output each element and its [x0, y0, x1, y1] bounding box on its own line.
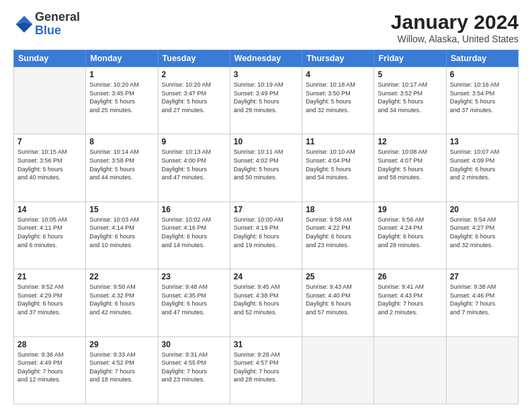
day-info: Sunrise: 10:20 AM Sunset: 3:47 PM Daylig… [162, 81, 226, 114]
weekday-header-friday: Friday [374, 50, 446, 67]
day-cell: 19Sunrise: 9:56 AM Sunset: 4:24 PM Dayli… [374, 201, 446, 269]
day-info: Sunrise: 10:10 AM Sunset: 4:04 PM Daylig… [306, 148, 370, 181]
day-cell: 21Sunrise: 9:52 AM Sunset: 4:29 PM Dayli… [14, 269, 86, 336]
day-info: Sunrise: 10:00 AM Sunset: 4:19 PM Daylig… [234, 216, 298, 249]
day-info: Sunrise: 9:41 AM Sunset: 4:43 PM Dayligh… [378, 283, 442, 316]
day-cell: 15Sunrise: 10:03 AM Sunset: 4:14 PM Dayl… [86, 201, 158, 269]
day-cell: 2Sunrise: 10:20 AM Sunset: 3:47 PM Dayli… [158, 67, 230, 134]
day-info: Sunrise: 9:52 AM Sunset: 4:29 PM Dayligh… [17, 283, 82, 316]
day-info: Sunrise: 9:38 AM Sunset: 4:46 PM Dayligh… [450, 283, 515, 316]
weekday-header-tuesday: Tuesday [158, 50, 230, 67]
day-number: 15 [89, 205, 154, 214]
day-number: 8 [89, 137, 154, 146]
weekday-header-row: SundayMondayTuesdayWednesdayThursdayFrid… [14, 50, 519, 67]
day-info: Sunrise: 10:13 AM Sunset: 4:00 PM Daylig… [162, 148, 226, 181]
calendar-table: SundayMondayTuesdayWednesdayThursdayFrid… [13, 50, 519, 404]
day-number: 30 [162, 340, 226, 349]
day-info: Sunrise: 9:31 AM Sunset: 4:55 PM Dayligh… [162, 351, 226, 384]
day-info: Sunrise: 9:56 AM Sunset: 4:24 PM Dayligh… [378, 216, 442, 249]
day-number: 14 [17, 205, 82, 214]
calendar-header: SundayMondayTuesdayWednesdayThursdayFrid… [14, 50, 519, 67]
day-cell: 10Sunrise: 10:11 AM Sunset: 4:02 PM Dayl… [230, 134, 302, 201]
day-cell: 29Sunrise: 9:33 AM Sunset: 4:52 PM Dayli… [86, 336, 158, 404]
day-number: 2 [162, 70, 226, 79]
day-cell: 25Sunrise: 9:43 AM Sunset: 4:40 PM Dayli… [302, 269, 374, 336]
logo-icon [15, 15, 34, 34]
day-number: 10 [234, 137, 298, 146]
day-number: 21 [17, 272, 82, 281]
week-row-4: 21Sunrise: 9:52 AM Sunset: 4:29 PM Dayli… [14, 269, 519, 336]
week-row-3: 14Sunrise: 10:05 AM Sunset: 4:11 PM Dayl… [14, 201, 519, 269]
day-cell: 5Sunrise: 10:17 AM Sunset: 3:52 PM Dayli… [374, 67, 446, 134]
day-number: 31 [234, 340, 298, 349]
day-number: 25 [306, 272, 370, 281]
day-cell: 4Sunrise: 10:18 AM Sunset: 3:50 PM Dayli… [302, 67, 374, 134]
day-cell: 30Sunrise: 9:31 AM Sunset: 4:55 PM Dayli… [158, 336, 230, 404]
day-cell: 8Sunrise: 10:14 AM Sunset: 3:58 PM Dayli… [86, 134, 158, 201]
day-cell: 31Sunrise: 9:28 AM Sunset: 4:57 PM Dayli… [230, 336, 302, 404]
day-cell: 16Sunrise: 10:02 AM Sunset: 4:16 PM Dayl… [158, 201, 230, 269]
day-cell: 28Sunrise: 9:36 AM Sunset: 4:49 PM Dayli… [14, 336, 86, 404]
day-info: Sunrise: 9:54 AM Sunset: 4:27 PM Dayligh… [450, 216, 515, 249]
day-cell [14, 67, 86, 134]
day-info: Sunrise: 9:48 AM Sunset: 4:35 PM Dayligh… [162, 283, 226, 316]
day-cell: 20Sunrise: 9:54 AM Sunset: 4:27 PM Dayli… [446, 201, 518, 269]
day-number: 20 [450, 205, 515, 214]
day-cell: 14Sunrise: 10:05 AM Sunset: 4:11 PM Dayl… [14, 201, 86, 269]
day-cell: 11Sunrise: 10:10 AM Sunset: 4:04 PM Dayl… [302, 134, 374, 201]
day-info: Sunrise: 10:03 AM Sunset: 4:14 PM Daylig… [89, 216, 154, 249]
day-info: Sunrise: 9:33 AM Sunset: 4:52 PM Dayligh… [89, 351, 154, 384]
day-cell: 3Sunrise: 10:19 AM Sunset: 3:49 PM Dayli… [230, 67, 302, 134]
page: General Blue January 2024 Willow, Alaska… [0, 0, 532, 411]
weekday-header-sunday: Sunday [14, 50, 86, 67]
day-cell: 26Sunrise: 9:41 AM Sunset: 4:43 PM Dayli… [374, 269, 446, 336]
day-info: Sunrise: 9:36 AM Sunset: 4:49 PM Dayligh… [17, 351, 82, 384]
day-cell [446, 336, 518, 404]
day-info: Sunrise: 10:16 AM Sunset: 3:54 PM Daylig… [450, 81, 515, 114]
day-cell: 23Sunrise: 9:48 AM Sunset: 4:35 PM Dayli… [158, 269, 230, 336]
day-number: 4 [306, 70, 370, 79]
day-cell: 27Sunrise: 9:38 AM Sunset: 4:46 PM Dayli… [446, 269, 518, 336]
day-cell: 1Sunrise: 10:20 AM Sunset: 3:45 PM Dayli… [86, 67, 158, 134]
calendar-subtitle: Willow, Alaska, United States [391, 34, 519, 44]
day-number: 27 [450, 272, 515, 281]
day-number: 5 [378, 70, 442, 79]
day-cell: 13Sunrise: 10:07 AM Sunset: 4:09 PM Dayl… [446, 134, 518, 201]
weekday-header-saturday: Saturday [446, 50, 518, 67]
day-number: 7 [17, 137, 82, 146]
day-cell: 12Sunrise: 10:08 AM Sunset: 4:07 PM Dayl… [374, 134, 446, 201]
day-number: 6 [450, 70, 515, 79]
day-number: 3 [234, 70, 298, 79]
header: General Blue January 2024 Willow, Alaska… [13, 11, 519, 44]
day-number: 13 [450, 137, 515, 146]
day-info: Sunrise: 10:07 AM Sunset: 4:09 PM Daylig… [450, 148, 515, 181]
title-block: January 2024 Willow, Alaska, United Stat… [391, 11, 519, 44]
day-cell: 6Sunrise: 10:16 AM Sunset: 3:54 PM Dayli… [446, 67, 518, 134]
day-cell: 24Sunrise: 9:45 AM Sunset: 4:38 PM Dayli… [230, 269, 302, 336]
day-info: Sunrise: 9:28 AM Sunset: 4:57 PM Dayligh… [234, 351, 298, 384]
day-info: Sunrise: 10:15 AM Sunset: 3:56 PM Daylig… [17, 148, 82, 181]
day-number: 26 [378, 272, 442, 281]
day-cell: 18Sunrise: 9:58 AM Sunset: 4:22 PM Dayli… [302, 201, 374, 269]
day-cell [302, 336, 374, 404]
logo: General Blue [13, 11, 80, 38]
day-info: Sunrise: 10:02 AM Sunset: 4:16 PM Daylig… [162, 216, 226, 249]
svg-marker-1 [16, 22, 33, 33]
day-info: Sunrise: 9:50 AM Sunset: 4:32 PM Dayligh… [89, 283, 154, 316]
day-info: Sunrise: 9:58 AM Sunset: 4:22 PM Dayligh… [306, 216, 370, 249]
logo-text: General Blue [35, 11, 80, 38]
day-number: 11 [306, 137, 370, 146]
day-info: Sunrise: 10:14 AM Sunset: 3:58 PM Daylig… [89, 148, 154, 181]
day-info: Sunrise: 10:17 AM Sunset: 3:52 PM Daylig… [378, 81, 442, 114]
weekday-header-wednesday: Wednesday [230, 50, 302, 67]
day-cell: 17Sunrise: 10:00 AM Sunset: 4:19 PM Dayl… [230, 201, 302, 269]
day-number: 18 [306, 205, 370, 214]
day-info: Sunrise: 10:20 AM Sunset: 3:45 PM Daylig… [89, 81, 154, 114]
calendar-body: 1Sunrise: 10:20 AM Sunset: 3:45 PM Dayli… [14, 67, 519, 404]
day-number: 16 [162, 205, 226, 214]
day-number: 23 [162, 272, 226, 281]
weekday-header-monday: Monday [86, 50, 158, 67]
day-info: Sunrise: 10:05 AM Sunset: 4:11 PM Daylig… [17, 216, 82, 249]
day-number: 22 [89, 272, 154, 281]
calendar-title: January 2024 [391, 11, 519, 34]
